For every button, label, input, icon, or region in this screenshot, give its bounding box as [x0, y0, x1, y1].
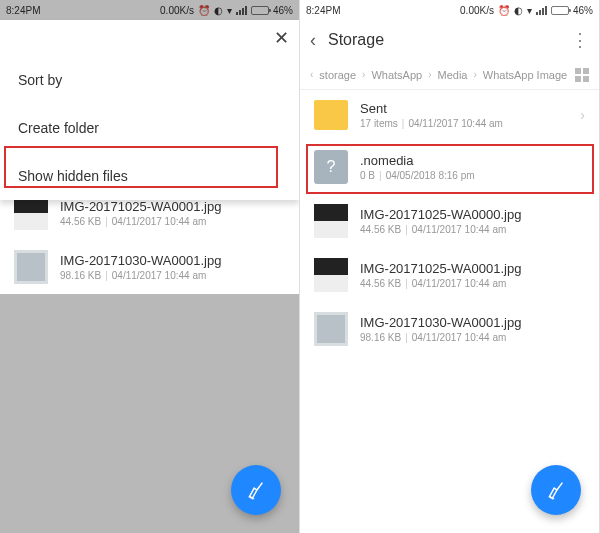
background-file-list: IMG-20171025-WA0001.jpg 44.56 KB|04/11/2…	[0, 186, 299, 294]
file-meta: 44.56 KB|04/11/2017 10:44 am	[360, 278, 521, 289]
options-menu-sheet: ✕ Sort by Create folder Show hidden file…	[0, 20, 299, 200]
breadcrumb-item[interactable]: WhatsApp	[371, 69, 422, 81]
back-icon[interactable]: ‹	[310, 30, 316, 51]
battery-pct: 46%	[273, 5, 293, 16]
breadcrumb-item[interactable]: storage	[319, 69, 356, 81]
battery-icon	[251, 6, 269, 15]
file-meta: 98.16 KB|04/11/2017 10:44 am	[60, 270, 221, 281]
image-thumbnail-icon	[314, 258, 348, 292]
wifi-icon: ▾	[227, 5, 232, 16]
file-name: IMG-20171025-WA0001.jpg	[60, 199, 221, 214]
breadcrumb-item[interactable]: Media	[437, 69, 467, 81]
status-time: 8:24PM	[6, 5, 40, 16]
fab-clean-button[interactable]	[231, 465, 281, 515]
folder-icon	[314, 100, 348, 130]
image-thumbnail-icon	[14, 250, 48, 284]
image-thumbnail-icon	[314, 312, 348, 346]
dnd-icon: ◐	[514, 5, 523, 16]
broom-icon	[545, 479, 567, 501]
alarm-icon: ⏰	[198, 5, 210, 16]
file-name: IMG-20171025-WA0001.jpg	[360, 261, 521, 276]
signal-icon	[236, 6, 247, 15]
chevron-left-icon[interactable]: ‹	[310, 69, 313, 80]
file-meta: 0 B|04/05/2018 8:16 pm	[360, 170, 475, 181]
alarm-icon: ⏰	[498, 5, 510, 16]
file-row[interactable]: IMG-20171025-WA0000.jpg 44.56 KB|04/11/2…	[300, 194, 599, 248]
folder-row[interactable]: Sent 17 items|04/11/2017 10:44 am ›	[300, 90, 599, 140]
file-meta: 44.56 KB|04/11/2017 10:44 am	[360, 224, 521, 235]
image-thumbnail-icon	[14, 196, 48, 230]
wifi-icon: ▾	[527, 5, 532, 16]
unknown-file-icon: ?	[314, 150, 348, 184]
close-icon[interactable]: ✕	[274, 27, 289, 49]
file-name: IMG-20171030-WA0001.jpg	[60, 253, 221, 268]
app-bar: ‹ Storage ⋮	[300, 20, 599, 60]
chevron-right-icon: ›	[580, 107, 585, 123]
file-row[interactable]: IMG-20171030-WA0001.jpg 98.16 KB|04/11/2…	[0, 240, 299, 294]
menu-item-label: Sort by	[18, 72, 62, 88]
menu-item-label: Create folder	[18, 120, 99, 136]
broom-icon	[245, 479, 267, 501]
file-row[interactable]: IMG-20171030-WA0001.jpg 98.16 KB|04/11/2…	[300, 302, 599, 356]
left-panel: 8:24PM 0.00K/s ⏰ ◐ ▾ 46% IMG-20171025-WA…	[0, 0, 300, 533]
grid-view-icon[interactable]	[575, 68, 589, 82]
file-meta: 44.56 KB|04/11/2017 10:44 am	[60, 216, 221, 227]
file-name: IMG-20171025-WA0000.jpg	[360, 207, 521, 222]
breadcrumb[interactable]: ‹ storage › WhatsApp › Media › WhatsApp …	[300, 60, 599, 90]
page-title: Storage	[328, 31, 559, 49]
right-panel: 8:24PM 0.00K/s ⏰ ◐ ▾ 46% ‹ Storage ⋮ ‹ s…	[300, 0, 600, 533]
file-meta: 17 items|04/11/2017 10:44 am	[360, 118, 503, 129]
breadcrumb-item[interactable]: WhatsApp Image	[483, 69, 567, 81]
file-row[interactable]: IMG-20171025-WA0001.jpg 44.56 KB|04/11/2…	[300, 248, 599, 302]
image-thumbnail-icon	[314, 204, 348, 238]
more-icon[interactable]: ⋮	[571, 29, 589, 51]
battery-icon	[551, 6, 569, 15]
status-bar: 8:24PM 0.00K/s ⏰ ◐ ▾ 46%	[0, 0, 299, 20]
file-meta: 98.16 KB|04/11/2017 10:44 am	[360, 332, 521, 343]
menu-sort-by[interactable]: Sort by	[0, 56, 299, 104]
file-list: Sent 17 items|04/11/2017 10:44 am › ? .n…	[300, 90, 599, 356]
dnd-icon: ◐	[214, 5, 223, 16]
menu-show-hidden-files[interactable]: Show hidden files	[0, 152, 299, 200]
status-net-speed: 0.00K/s	[460, 5, 494, 16]
fab-clean-button[interactable]	[531, 465, 581, 515]
battery-pct: 46%	[573, 5, 593, 16]
status-time: 8:24PM	[306, 5, 340, 16]
status-bar: 8:24PM 0.00K/s ⏰ ◐ ▾ 46%	[300, 0, 599, 20]
status-net-speed: 0.00K/s	[160, 5, 194, 16]
menu-item-label: Show hidden files	[18, 168, 128, 184]
file-row-nomedia[interactable]: ? .nomedia 0 B|04/05/2018 8:16 pm	[300, 140, 599, 194]
menu-create-folder[interactable]: Create folder	[0, 104, 299, 152]
file-name: .nomedia	[360, 153, 475, 168]
file-name: Sent	[360, 101, 503, 116]
file-name: IMG-20171030-WA0001.jpg	[360, 315, 521, 330]
signal-icon	[536, 6, 547, 15]
